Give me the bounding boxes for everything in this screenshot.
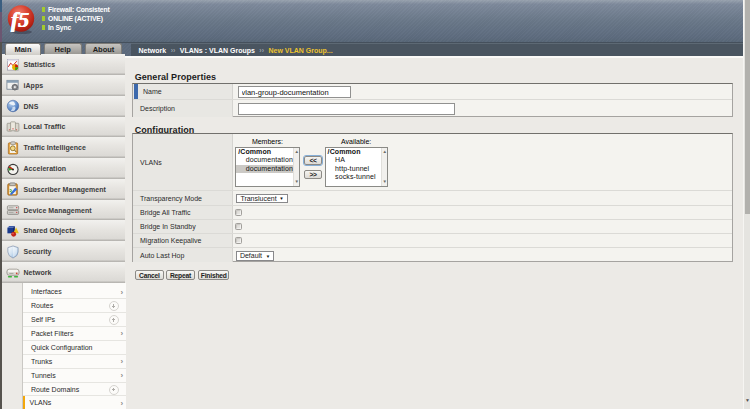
- svg-text:f5: f5: [11, 7, 29, 32]
